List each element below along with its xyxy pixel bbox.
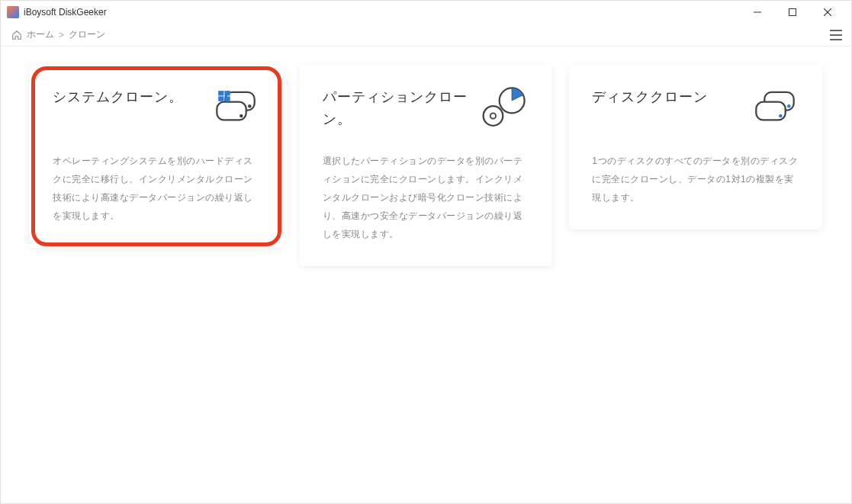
svg-rect-8 — [218, 91, 223, 95]
svg-point-18 — [779, 114, 783, 118]
card-header: パーティションクローン。 — [323, 86, 530, 135]
svg-rect-9 — [224, 91, 230, 95]
card-title: パーティションクローン。 — [323, 86, 472, 130]
svg-rect-1 — [789, 9, 796, 16]
system-clone-icon — [211, 86, 260, 129]
card-disk-clone[interactable]: ディスククローン 1つのディスクのすべてのデータを別のディスクに完全にクローンし… — [569, 65, 822, 230]
card-system-clone[interactable]: システムクローン。 オペレーティングシステムを別のハードディスクに完全に移行し、… — [30, 65, 283, 248]
card-description: 選択したパーティションのデータを別のパーティションに完全にクローンします。インク… — [323, 152, 530, 243]
maximize-button[interactable] — [775, 1, 810, 24]
card-header: ディスククローン — [592, 86, 799, 135]
home-icon — [11, 30, 22, 40]
svg-point-7 — [240, 114, 243, 118]
minimize-button[interactable] — [740, 1, 775, 24]
svg-point-5 — [248, 104, 252, 108]
card-partition-clone[interactable]: パーティションクローン。 選択したパーティションのデータを別のパーティションに完… — [300, 65, 553, 266]
svg-rect-10 — [218, 96, 223, 101]
card-title: ディスククローン — [592, 86, 708, 108]
svg-rect-11 — [224, 96, 230, 101]
breadcrumb-home[interactable]: ホーム — [25, 28, 56, 41]
window-title: iBoysoft DiskGeeker — [24, 7, 107, 18]
breadcrumb: ホーム > クローン — [1, 24, 851, 47]
window-controls — [740, 1, 845, 24]
card-description: オペレーティングシステムを別のハードディスクに完全に移行し、インクリメンタルクロ… — [53, 152, 260, 225]
minimize-icon — [754, 8, 761, 16]
menu-button[interactable] — [830, 30, 842, 40]
maximize-icon — [789, 8, 796, 16]
svg-point-16 — [787, 104, 791, 108]
app-icon — [7, 6, 19, 18]
card-header: システムクローン。 — [53, 86, 260, 135]
breadcrumb-current: クローン — [67, 28, 107, 41]
hamburger-icon — [830, 30, 842, 31]
titlebar: iBoysoft DiskGeeker — [1, 1, 851, 24]
close-button[interactable] — [810, 1, 845, 24]
close-icon — [824, 8, 831, 16]
partition-clone-icon — [481, 86, 529, 129]
disk-clone-icon — [751, 86, 799, 129]
breadcrumb-separator: > — [56, 30, 67, 40]
content-area: システムクローン。 オペレーティングシステムを別のハードディスクに完全に移行し、… — [1, 47, 851, 284]
card-title: システムクローン。 — [53, 86, 183, 108]
card-description: 1つのディスクのすべてのデータを別のディスクに完全にクローンし、データの1対1の… — [592, 152, 799, 207]
svg-point-13 — [484, 106, 503, 126]
